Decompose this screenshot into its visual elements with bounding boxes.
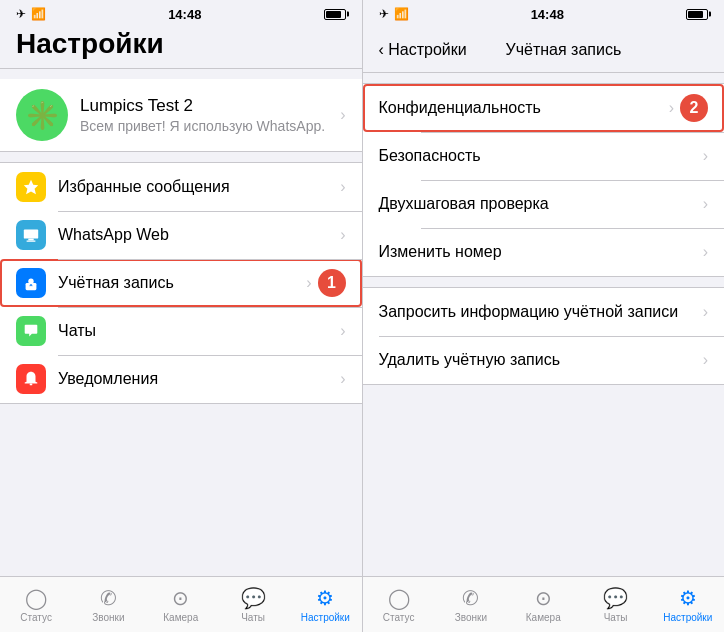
svg-point-5: [28, 279, 33, 284]
privacy-row[interactable]: Конфиденциальность › 2: [363, 84, 725, 132]
right-panel: ✈ 📶 14:48 ‹ Настройки Учётная запись Кон…: [363, 0, 725, 632]
chats-icon: [16, 316, 46, 346]
favorites-row[interactable]: Избранные сообщения ›: [0, 163, 362, 211]
right-tab-calls-label: Звонки: [455, 612, 487, 623]
left-nav-title: Настройки: [16, 28, 164, 60]
right-tab-settings-label: Настройки: [663, 612, 712, 623]
battery-icon: [324, 9, 346, 20]
step-badge-2: 2: [680, 94, 708, 122]
svg-rect-3: [27, 240, 36, 241]
left-settings-list: ✳️ Lumpics Test 2 Всем привет! Я использ…: [0, 69, 362, 576]
right-settings-list: Конфиденциальность › 2 Безопасность › Дв…: [363, 73, 725, 576]
tab-camera-left[interactable]: ⊙ Камера: [156, 586, 206, 623]
right-time: 14:48: [531, 7, 564, 22]
left-status-bar: ✈ 📶 14:48: [0, 0, 362, 28]
security-row[interactable]: Безопасность ›: [363, 132, 725, 180]
tab-camera-icon: ⊙: [172, 586, 189, 610]
tab-status-right[interactable]: ◯ Статус: [374, 586, 424, 623]
request-info-row[interactable]: Запросить информацию учётной записи ›: [363, 288, 725, 336]
whatsapp-web-row[interactable]: WhatsApp Web ›: [0, 211, 362, 259]
tab-status-left[interactable]: ◯ Статус: [11, 586, 61, 623]
whatsapp-web-chevron: ›: [340, 226, 345, 244]
tab-calls-right[interactable]: ✆ Звонки: [446, 586, 496, 623]
delete-account-chevron: ›: [703, 351, 708, 369]
back-button[interactable]: ‹ Настройки: [379, 41, 467, 59]
change-number-row[interactable]: Изменить номер ›: [363, 228, 725, 276]
tab-status-icon: ◯: [25, 586, 47, 610]
two-step-chevron: ›: [703, 195, 708, 213]
account-section-2: Запросить информацию учётной записи › Уд…: [363, 287, 725, 385]
right-tab-camera-icon: ⊙: [535, 586, 552, 610]
svg-rect-2: [28, 239, 33, 241]
delete-account-label: Удалить учётную запись: [379, 351, 697, 369]
tab-chats-right[interactable]: 💬 Чаты: [591, 586, 641, 623]
menu-section: Избранные сообщения › WhatsApp Web ›: [0, 162, 362, 404]
favorites-label: Избранные сообщения: [58, 178, 334, 196]
account-label: Учётная запись: [58, 274, 300, 292]
request-info-chevron: ›: [703, 303, 708, 321]
whatsapp-web-icon: [16, 220, 46, 250]
tab-camera-right[interactable]: ⊙ Камера: [518, 586, 568, 623]
tab-chats-label: Чаты: [241, 612, 265, 623]
right-nav-title: Учётная запись: [505, 41, 621, 59]
right-tab-status-label: Статус: [383, 612, 415, 623]
whatsapp-web-label: WhatsApp Web: [58, 226, 334, 244]
left-time: 14:48: [168, 7, 201, 22]
svg-rect-1: [24, 230, 38, 239]
chats-chevron: ›: [340, 322, 345, 340]
request-info-label: Запросить информацию учётной записи: [379, 303, 697, 321]
svg-marker-0: [24, 180, 38, 194]
wifi-icon: 📶: [31, 7, 46, 21]
left-panel: ✈ 📶 14:48 Настройки ✳️ Lumpics Test 2 Вс…: [0, 0, 362, 632]
tab-calls-icon: ✆: [100, 586, 117, 610]
tab-settings-icon: ⚙: [316, 586, 334, 610]
back-chevron-icon: ‹: [379, 41, 384, 58]
airplane-icon: ✈: [16, 7, 26, 21]
account-row[interactable]: Учётная запись › 1: [0, 259, 362, 307]
right-airplane-icon: ✈: [379, 7, 389, 21]
change-number-label: Изменить номер: [379, 243, 697, 261]
right-tab-chats-icon: 💬: [603, 586, 628, 610]
right-nav-bar: ‹ Настройки Учётная запись: [363, 28, 725, 72]
account-chevron: ›: [306, 274, 311, 292]
avatar: ✳️: [16, 89, 68, 141]
tab-settings-left[interactable]: ⚙ Настройки: [300, 586, 350, 623]
notifications-icon: [16, 364, 46, 394]
right-battery-icon: [686, 9, 708, 20]
tab-settings-label: Настройки: [301, 612, 350, 623]
profile-section: ✳️ Lumpics Test 2 Всем привет! Я использ…: [0, 79, 362, 152]
right-tab-bar: ◯ Статус ✆ Звонки ⊙ Камера 💬 Чаты ⚙ Наст…: [363, 576, 725, 632]
favorites-chevron: ›: [340, 178, 345, 196]
security-chevron: ›: [703, 147, 708, 165]
left-tab-bar: ◯ Статус ✆ Звонки ⊙ Камера 💬 Чаты ⚙ Наст…: [0, 576, 362, 632]
notifications-row[interactable]: Уведомления ›: [0, 355, 362, 403]
tab-calls-label: Звонки: [92, 612, 124, 623]
right-tab-camera-label: Камера: [526, 612, 561, 623]
profile-name: Lumpics Test 2: [80, 96, 334, 116]
right-tab-status-icon: ◯: [388, 586, 410, 610]
privacy-label: Конфиденциальность: [379, 99, 663, 117]
right-status-bar: ✈ 📶 14:48: [363, 0, 725, 28]
delete-account-row[interactable]: Удалить учётную запись ›: [363, 336, 725, 384]
account-section-1: Конфиденциальность › 2 Безопасность › Дв…: [363, 83, 725, 277]
profile-row[interactable]: ✳️ Lumpics Test 2 Всем привет! Я использ…: [0, 79, 362, 151]
tab-camera-label: Камера: [163, 612, 198, 623]
tab-chats-icon: 💬: [241, 586, 266, 610]
favorites-icon: [16, 172, 46, 202]
left-nav-bar: Настройки: [0, 28, 362, 68]
tab-status-label: Статус: [20, 612, 52, 623]
two-step-row[interactable]: Двухшаговая проверка ›: [363, 180, 725, 228]
tab-chats-left[interactable]: 💬 Чаты: [228, 586, 278, 623]
chats-label: Чаты: [58, 322, 334, 340]
step-badge-1: 1: [318, 269, 346, 297]
chats-row[interactable]: Чаты ›: [0, 307, 362, 355]
two-step-label: Двухшаговая проверка: [379, 195, 697, 213]
right-wifi-icon: 📶: [394, 7, 409, 21]
tab-calls-left[interactable]: ✆ Звонки: [83, 586, 133, 623]
account-icon: [16, 268, 46, 298]
right-tab-settings-icon: ⚙: [679, 586, 697, 610]
back-label: Настройки: [388, 41, 466, 58]
notifications-label: Уведомления: [58, 370, 334, 388]
tab-settings-right[interactable]: ⚙ Настройки: [663, 586, 713, 623]
right-tab-chats-label: Чаты: [604, 612, 628, 623]
